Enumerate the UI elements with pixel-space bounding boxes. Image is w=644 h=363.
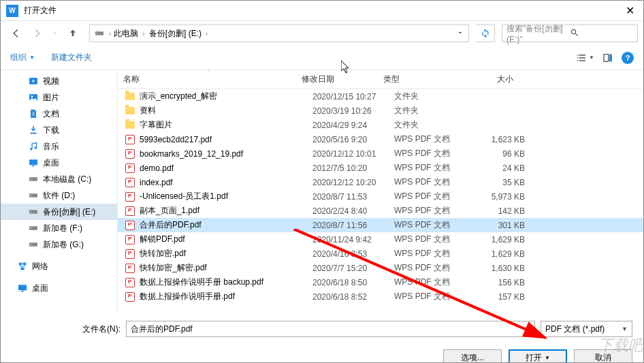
desktop-icon (28, 157, 39, 168)
file-row[interactable]: 字幕图片2020/4/29 9:24文件夹 (118, 118, 643, 132)
file-date: 2020/8/7 11:53 (307, 192, 389, 202)
refresh-button[interactable] (476, 25, 495, 42)
file-row[interactable]: index.pdf2020/12/12 10:20WPS PDF 文档35 KB (118, 175, 643, 189)
file-row[interactable]: 快转加密_解密.pdf2020/7/7 15:20WPS PDF 文档1,630… (118, 261, 643, 275)
sidebar-item[interactable]: 本地磁盘 (C:) (1, 171, 117, 187)
file-date: 2012/7/5 10:20 (307, 163, 389, 173)
file-type: 文件夹 (389, 91, 470, 102)
sidebar-item[interactable]: 软件 (D:) (1, 187, 117, 204)
up-button[interactable] (63, 24, 82, 43)
organize-menu[interactable]: 组织▼ (10, 52, 35, 63)
file-row[interactable]: 副本_页面_1.pdf2020/2/24 8:40WPS PDF 文档142 K… (118, 204, 643, 218)
cancel-button[interactable]: 取消 (574, 349, 632, 363)
sidebar-item[interactable]: 文档 (1, 106, 117, 122)
file-name: 快转加密_解密.pdf (140, 262, 307, 274)
pdf-icon (125, 163, 135, 173)
video-icon (28, 76, 39, 86)
file-size: 156 KB (470, 278, 530, 287)
search-icon (570, 28, 633, 40)
new-folder-button[interactable]: 新建文件夹 (51, 52, 92, 63)
view-options-button[interactable]: ▼ (576, 52, 594, 63)
help-button[interactable]: ? (622, 52, 634, 64)
file-date: 2020/6/18 8:52 (307, 292, 389, 302)
crumb-thispc[interactable]: 此电脑 (111, 27, 141, 41)
pdf-icon (125, 192, 135, 202)
breadcrumb: 此电脑 › 备份[勿删] (E:) › (111, 27, 456, 41)
file-name: demo.pdf (140, 163, 307, 173)
filename-input[interactable]: 合并后的PDF.pdf ▼ (126, 321, 535, 337)
back-button[interactable] (6, 24, 25, 43)
sidebar-item[interactable]: 图片 (1, 89, 117, 106)
recent-dropdown[interactable] (50, 24, 61, 43)
col-date[interactable]: 修改日期 (296, 70, 378, 89)
sort-indicator-icon: ˄ (207, 70, 210, 75)
pdf-icon (125, 149, 135, 159)
sidebar-label: 文档 (43, 108, 59, 120)
chevron-down-icon[interactable]: ▼ (524, 326, 530, 332)
drive-icon (28, 174, 39, 185)
drive-icon (28, 239, 39, 250)
address-dropdown[interactable] (456, 29, 464, 39)
sidebar-label: 备份[勿删] (E:) (43, 206, 95, 218)
file-date: 2020/12/12 10:01 (307, 149, 389, 159)
file-row[interactable]: 资料2020/3/19 10:26文件夹 (118, 104, 643, 118)
file-type-filter[interactable]: PDF 文档 (*.pdf) ▼ (541, 321, 632, 337)
file-type: WPS PDF 文档 (389, 248, 470, 259)
file-row[interactable]: 合并后的PDF.pdf2020/8/7 11:56WPS PDF 文档301 K… (118, 218, 643, 232)
file-row[interactable]: bookmarks_2019_12_19.pdf2020/12/12 10:01… (118, 146, 643, 161)
crumb-drive[interactable]: 备份[勿删] (E:) (146, 27, 204, 41)
pdf-icon (125, 264, 135, 273)
sidebar-item[interactable]: 网络 (1, 258, 117, 274)
svg-rect-22 (19, 263, 22, 265)
file-date: 2020/3/19 10:26 (307, 106, 389, 116)
file-type: WPS PDF 文档 (389, 277, 470, 288)
file-row[interactable]: 数据上报操作说明手册 backup.pdf2020/6/18 8:50WPS P… (118, 275, 643, 289)
sidebar-item[interactable]: 桌面 (1, 155, 117, 171)
file-row[interactable]: 5993ecb2dd217.pdf2020/5/16 9:20WPS PDF 文… (118, 132, 643, 146)
navigation-bar: › 此电脑 › 备份[勿删] (E:) › 搜索"备份[勿删] (E:)" (1, 21, 643, 46)
col-size[interactable]: 大小 (460, 70, 519, 89)
file-name: index.pdf (140, 178, 307, 187)
address-bar[interactable]: › 此电脑 › 备份[勿删] (E:) › (89, 25, 469, 42)
svg-point-1 (97, 33, 97, 33)
preview-pane-button[interactable] (602, 52, 613, 63)
file-size: 35 KB (470, 178, 530, 187)
file-type: WPS PDF 文档 (389, 205, 470, 217)
sidebar-label: 桌面 (43, 157, 59, 169)
title-bar: W 打开文件 ✕ (1, 1, 643, 21)
file-row[interactable]: demo.pdf2012/7/5 10:20WPS PDF 文档24 KB (118, 161, 643, 175)
drive-icon (28, 223, 39, 234)
sidebar-item[interactable]: 新加卷 (F:) (1, 220, 117, 236)
file-row[interactable]: 演示_encrypted_解密2020/12/15 10:27文件夹 (118, 89, 643, 104)
downloads-icon (28, 125, 39, 136)
column-header: 名称˄ 修改日期 类型 大小 (118, 70, 643, 89)
file-row[interactable]: 数据上报操作说明手册.pdf2020/6/18 8:52WPS PDF 文档15… (118, 289, 643, 304)
search-input[interactable]: 搜索"备份[勿删] (E:)" (502, 25, 638, 42)
file-type: WPS PDF 文档 (389, 191, 470, 202)
file-row[interactable]: 快转加密.pdf2020/4/16 8:53WPS PDF 文档1,629 KB (118, 247, 643, 261)
col-name[interactable]: 名称˄ (118, 70, 296, 89)
pictures-icon (28, 92, 39, 103)
sidebar-label: 下载 (43, 125, 59, 136)
sidebar-item[interactable]: 桌面 (1, 280, 117, 296)
file-date: 2020/8/7 11:56 (307, 221, 389, 230)
svg-rect-10 (29, 159, 37, 165)
chevron-down-icon[interactable]: ▼ (622, 326, 628, 332)
col-type[interactable]: 类型 (378, 70, 460, 89)
sidebar-item[interactable]: 备份[勿删] (E:) (1, 204, 117, 220)
sidebar-item[interactable]: 新加卷 (G:) (1, 236, 117, 253)
forward-button[interactable] (28, 24, 47, 43)
file-name: 数据上报操作说明手册 backup.pdf (140, 277, 307, 288)
sidebar-item[interactable]: 视频 (1, 73, 117, 89)
file-name: 快转加密.pdf (140, 248, 307, 259)
sidebar-item[interactable]: 音乐 (1, 138, 117, 155)
close-button[interactable]: ✕ (616, 1, 643, 21)
split-caret-icon[interactable]: ▼ (545, 355, 550, 361)
options-button[interactable]: 选项... (443, 349, 502, 363)
sidebar-item[interactable]: 下载 (1, 122, 117, 138)
file-size: 1,629 KB (470, 249, 530, 259)
pdf-icon (125, 278, 135, 287)
open-button[interactable]: 打开▼ (509, 349, 567, 363)
file-row[interactable]: -Unlicensed-员工表1.pdf2020/8/7 11:53WPS PD… (118, 189, 643, 204)
file-row[interactable]: 解锁PDF.pdf2020/11/24 9:42WPS PDF 文档1,629 … (118, 232, 643, 247)
